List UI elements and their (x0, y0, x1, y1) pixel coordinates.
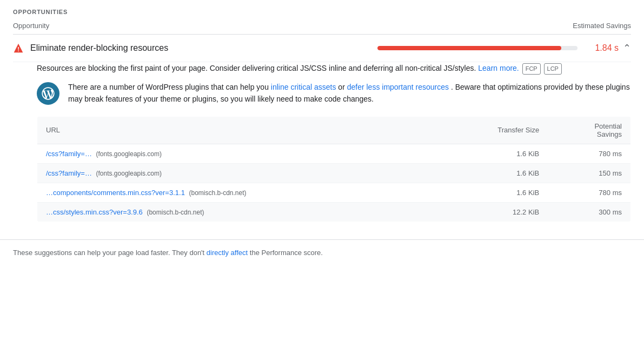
col-url: URL (37, 116, 440, 144)
progress-bar-fill (377, 46, 561, 50)
col-transfer: Transfer Size (439, 116, 548, 144)
description-text: Resources are blocking the first paint o… (37, 62, 631, 75)
row-savings: 300 ms (548, 202, 630, 222)
defer-resources-link[interactable]: defer less important resources (347, 83, 449, 91)
section-label: OPPORTUNITIES (13, 9, 631, 15)
row-transfer: 1.6 KiB (439, 163, 548, 183)
col-potential-savings: Potential Savings (548, 116, 630, 144)
savings-progress-bar (377, 46, 577, 50)
lcp-badge: LCP (544, 63, 562, 75)
row-url[interactable]: …components/comments.min.css?ver=3.1.1 (… (37, 183, 440, 202)
learn-more-link[interactable]: Learn more. (478, 64, 519, 72)
warning-icon: ! (13, 43, 24, 53)
row-url[interactable]: /css?family=… (fonts.googleapis.com) (37, 144, 440, 163)
table-row: /css?family=… (fonts.googleapis.com) 1.6… (37, 144, 631, 163)
svg-text:!: ! (17, 46, 19, 52)
footer-note: These suggestions can help your page loa… (0, 239, 644, 265)
directly-affect-link[interactable]: directly affect (207, 249, 248, 257)
resources-table: URL Transfer Size Potential Savings /css… (37, 116, 631, 222)
row-url[interactable]: /css?family=… (fonts.googleapis.com) (37, 163, 440, 183)
fcp-badge: FCP (522, 63, 541, 75)
wordpress-note: There are a number of WordPress plugins … (37, 81, 631, 105)
row-savings: 780 ms (548, 183, 630, 202)
table-row: /css?family=… (fonts.googleapis.com) 1.6… (37, 163, 631, 183)
row-savings: 150 ms (548, 163, 630, 183)
opportunity-item[interactable]: ! Eliminate render-blocking resources 1.… (13, 35, 631, 62)
column-header-opportunity: Opportunity (13, 22, 49, 30)
row-transfer: 1.6 KiB (439, 183, 548, 202)
row-transfer: 12.2 KiB (439, 202, 548, 222)
table-header-row: URL Transfer Size Potential Savings (37, 116, 631, 144)
wordpress-logo (37, 82, 59, 105)
chevron-up-icon[interactable]: ⌃ (623, 42, 631, 54)
column-header-savings: Estimated Savings (573, 22, 631, 30)
expanded-details: Resources are blocking the first paint o… (13, 62, 631, 231)
row-savings: 780 ms (548, 144, 630, 163)
table-row: …css/styles.min.css?ver=3.9.6 (bomisch.b… (37, 202, 631, 222)
row-url[interactable]: …css/styles.min.css?ver=3.9.6 (bomisch.b… (37, 202, 440, 222)
table-row: …components/comments.min.css?ver=3.1.1 (… (37, 183, 631, 202)
opportunity-title: Eliminate render-blocking resources (30, 43, 369, 53)
inline-critical-link[interactable]: inline critical assets (271, 83, 336, 91)
row-transfer: 1.6 KiB (439, 144, 548, 163)
savings-value: 1.84 s (586, 43, 619, 53)
wp-description: There are a number of WordPress plugins … (68, 81, 631, 105)
